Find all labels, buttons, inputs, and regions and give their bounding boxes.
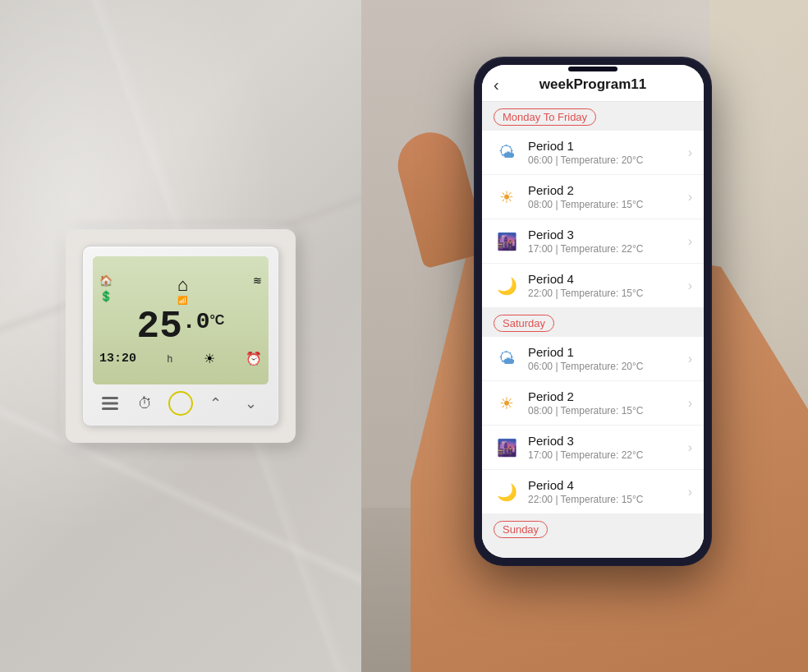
sunrise-icon-1: 🌤 xyxy=(494,140,520,166)
chevron-right-icon: › xyxy=(688,396,692,411)
period-detail: 08:00 | Temperature: 15°C xyxy=(528,405,688,417)
time-display: 13:20 xyxy=(99,352,136,366)
period-detail: 22:00 | Temperature: 15°C xyxy=(528,494,688,505)
app-title: weekProgram11 xyxy=(539,76,646,93)
thermostat-panel: 🏠 💲 ⌂ 📶 ≋ 25 xyxy=(0,0,361,672)
screen-icons-top: 🏠 💲 ⌂ 📶 ≋ xyxy=(99,274,262,305)
saturday-period-4[interactable]: 🌙 Period 4 22:00 | Temperature: 15°C › xyxy=(482,470,704,514)
sun-small-icon: ☀ xyxy=(204,351,215,366)
wifi-icon: 📶 xyxy=(177,296,188,305)
period-detail: 06:00 | Temperature: 20°C xyxy=(528,154,688,166)
temp-decimal: .0 xyxy=(182,308,210,336)
steam-icon: ≋ xyxy=(253,274,262,287)
period-name: Period 2 xyxy=(528,389,688,403)
period-name: Period 3 xyxy=(528,228,688,242)
period-name: Period 4 xyxy=(528,478,688,492)
moon-icon-2: 🌙 xyxy=(494,479,520,505)
sun-icon-2: ☀ xyxy=(494,390,520,417)
back-button[interactable]: ‹ xyxy=(494,76,499,94)
period-name: Period 4 xyxy=(528,272,688,286)
section-sunday: Sunday xyxy=(482,514,704,543)
phone-screen: ‹ weekProgram11 Monday To Friday 🌤 Perio… xyxy=(482,65,704,558)
clock-icon: ⏰ xyxy=(246,351,262,366)
sunrise-icon-2: 🌤 xyxy=(494,346,520,372)
period-detail: 17:00 | Temperature: 22°C xyxy=(528,449,688,461)
phone-wrapper: ‹ weekProgram11 Monday To Friday 🌤 Perio… xyxy=(474,57,712,566)
section-label-saturday: Saturday xyxy=(494,315,554,332)
weekday-period-3[interactable]: 🌆 Period 3 17:00 | Temperature: 22°C › xyxy=(482,219,704,264)
period-info: Period 3 17:00 | Temperature: 22°C xyxy=(528,228,688,255)
phone-outer: ‹ weekProgram11 Monday To Friday 🌤 Perio… xyxy=(474,57,712,566)
down-button[interactable]: ⌄ xyxy=(239,391,264,416)
period-detail: 17:00 | Temperature: 22°C xyxy=(528,243,688,255)
saturday-period-2[interactable]: ☀ Period 2 08:00 | Temperature: 15°C › xyxy=(482,381,704,426)
svg-rect-0 xyxy=(102,397,118,399)
mode-button[interactable] xyxy=(168,391,193,416)
period-info: Period 3 17:00 | Temperature: 22°C xyxy=(528,434,688,461)
period-name: Period 3 xyxy=(528,434,688,448)
temp-unit: °C xyxy=(209,313,224,328)
sunset-icon-2: 🌆 xyxy=(494,435,520,461)
chevron-right-icon: › xyxy=(688,352,692,366)
moon-icon-1: 🌙 xyxy=(494,273,520,299)
thermostat-container: 🏠 💲 ⌂ 📶 ≋ 25 xyxy=(66,229,296,443)
svg-rect-2 xyxy=(102,407,118,410)
section-monday-friday: Monday To Friday xyxy=(482,102,704,131)
chevron-right-icon: › xyxy=(688,190,692,205)
period-name: Period 1 xyxy=(528,139,688,153)
chevron-right-icon: › xyxy=(688,485,692,499)
svg-rect-1 xyxy=(102,403,118,405)
house-icon: ⌂ xyxy=(177,274,188,296)
up-button[interactable]: ⌃ xyxy=(204,391,228,416)
section-label-weekdays: Monday To Friday xyxy=(494,108,596,126)
schedule-button[interactable]: ⏱ xyxy=(133,391,158,416)
chevron-right-icon: › xyxy=(688,145,692,160)
chevron-right-icon: › xyxy=(688,278,692,293)
phone-notch xyxy=(568,67,617,71)
saturday-period-3[interactable]: 🌆 Period 3 17:00 | Temperature: 22°C › xyxy=(482,426,704,470)
time-unit-icon: h xyxy=(167,353,172,365)
saturday-period-1[interactable]: 🌤 Period 1 06:00 | Temperature: 20°C › xyxy=(482,337,704,381)
phone-panel: ‹ weekProgram11 Monday To Friday 🌤 Perio… xyxy=(361,0,808,672)
weekday-period-2[interactable]: ☀ Period 2 08:00 | Temperature: 15°C › xyxy=(482,175,704,219)
thermostat-device: 🏠 💲 ⌂ 📶 ≋ 25 xyxy=(82,246,279,426)
period-info: Period 1 06:00 | Temperature: 20°C xyxy=(528,345,688,372)
menu-button[interactable] xyxy=(98,391,122,416)
home-icon: 🏠 xyxy=(99,274,112,287)
app-content: Monday To Friday 🌤 Period 1 06:00 | Temp… xyxy=(482,102,704,558)
dollar-icon: 💲 xyxy=(99,290,112,302)
temp-main: 25 xyxy=(137,308,182,346)
screen-bottom-row: 13:20 h ☀ ⏰ xyxy=(99,351,262,366)
wall-plate: 🏠 💲 ⌂ 📶 ≋ 25 xyxy=(66,229,296,443)
thermostat-screen: 🏠 💲 ⌂ 📶 ≋ 25 xyxy=(93,256,269,384)
thermostat-buttons: ⏱ ⌃ ⌄ xyxy=(93,384,269,416)
period-info: Period 2 08:00 | Temperature: 15°C xyxy=(528,389,688,417)
period-info: Period 4 22:00 | Temperature: 15°C xyxy=(528,478,688,505)
period-name: Period 1 xyxy=(528,345,688,359)
weekday-period-1[interactable]: 🌤 Period 1 06:00 | Temperature: 20°C › xyxy=(482,131,704,175)
period-detail: 08:00 | Temperature: 15°C xyxy=(528,199,688,210)
section-saturday: Saturday xyxy=(482,308,704,337)
period-info: Period 1 06:00 | Temperature: 20°C xyxy=(528,139,688,166)
period-name: Period 2 xyxy=(528,183,688,197)
chevron-right-icon: › xyxy=(688,440,692,455)
period-info: Period 4 22:00 | Temperature: 15°C xyxy=(528,272,688,299)
weekday-period-4[interactable]: 🌙 Period 4 22:00 | Temperature: 15°C › xyxy=(482,264,704,308)
sunset-icon-1: 🌆 xyxy=(494,228,520,255)
temperature-display: 25 .0 °C xyxy=(99,308,262,346)
chevron-right-icon: › xyxy=(688,234,692,249)
sun-icon-1: ☀ xyxy=(494,184,520,210)
period-detail: 06:00 | Temperature: 20°C xyxy=(528,361,688,372)
section-label-sunday: Sunday xyxy=(494,521,548,538)
period-info: Period 2 08:00 | Temperature: 15°C xyxy=(528,183,688,210)
period-detail: 22:00 | Temperature: 15°C xyxy=(528,288,688,299)
